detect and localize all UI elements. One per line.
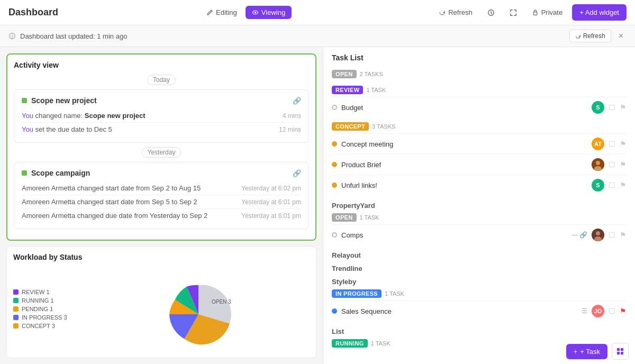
badge-running: RUNNING (332, 339, 368, 348)
flag-icon-budget: ⚑ (620, 103, 627, 112)
svg-rect-11 (617, 348, 620, 351)
header-right: Refresh Private + Add widget (433, 4, 627, 21)
editing-mode-button[interactable]: Editing (200, 6, 243, 19)
task-count-review: 1 TASK (366, 87, 386, 93)
today-divider: Today (14, 75, 309, 85)
avatar-sales: JO (592, 305, 604, 317)
activity-log-text-1: You changed name: Scope new project (22, 112, 146, 120)
status-header-styleby-ip: IN PROGRESS 1 TASK (332, 287, 627, 301)
eye-icon (252, 9, 259, 16)
notif-close-button[interactable]: × (615, 30, 627, 42)
today-label: Today (147, 75, 176, 85)
legend-item-review: REVIEW 1 (13, 289, 82, 295)
status-header-review: REVIEW 1 TASK (332, 83, 627, 97)
task-extra-sales: ☰ (582, 307, 587, 315)
notif-refresh-button[interactable]: Refresh (569, 30, 611, 42)
legend-item-inprogress: IN PROGRESS 3 (13, 314, 82, 321)
legend-item-running: RUNNING 1 (13, 297, 82, 304)
flag-icon-unfurl: ⚑ (620, 181, 627, 189)
task-name-budget[interactable]: Budget (341, 104, 587, 112)
viewing-mode-button[interactable]: Viewing (246, 6, 292, 19)
add-widget-button[interactable]: + Add widget (572, 4, 627, 21)
section-relayout: Relayout (332, 247, 627, 260)
legend-dot-running (13, 298, 19, 303)
badge-py-open: OPEN (332, 213, 357, 222)
task-count-open: 2 TASKS (360, 71, 383, 77)
comps-avatar-svg (592, 229, 604, 241)
calendar-icon-brief: ☐ (609, 160, 615, 169)
svg-rect-3 (533, 12, 537, 15)
task-row-sales-sequence: Sales Sequence ☰ JO ☐ ⚑ (332, 301, 627, 321)
svg-rect-12 (621, 348, 623, 351)
task-dot-concept-meeting (332, 141, 337, 147)
status-group-review: REVIEW 1 TASK Budget S ☐ ⚑ (332, 83, 627, 117)
task-dot-budget (332, 105, 337, 110)
activity-item-header: Scope new project 🔗 (22, 96, 301, 105)
task-dot-product-brief (332, 162, 337, 167)
pie-chart-svg: OPEN 3 (156, 272, 241, 346)
notif-text: Dashboard last updated: 1 min ago (20, 32, 127, 40)
task-name-concept-meeting[interactable]: Concept meeting (341, 140, 587, 148)
task-row-concept-meeting: Concept meeting AT ☐ ⚑ (332, 133, 627, 154)
flag-icon-brief: ⚑ (620, 160, 627, 169)
legend-item-concept: CONCEPT 3 (13, 323, 82, 329)
header: Dashboard Editing Viewing Refresh Privat… (0, 0, 635, 25)
calendar-icon-budget: ☐ (609, 103, 615, 112)
refresh-header-button[interactable]: Refresh (433, 6, 478, 19)
legend-label-review: REVIEW 1 (22, 289, 50, 295)
activity-log-3: Amoreen Armetta changed start date from … (22, 181, 301, 195)
page-title: Dashboard (8, 7, 58, 18)
yesterday-divider: Yesterday (14, 147, 309, 158)
legend-label-inprogress: IN PROGRESS 3 (22, 314, 67, 321)
svg-rect-13 (617, 352, 620, 354)
chart-area: REVIEW 1 RUNNING 1 PENDING 1 IN PROGRESS… (13, 267, 310, 351)
lock-icon (532, 9, 539, 16)
task-count-concept: 3 TASKS (372, 123, 395, 130)
status-dot-green (22, 98, 27, 103)
add-task-button[interactable]: + + Task (566, 344, 607, 359)
chart-legend: REVIEW 1 RUNNING 1 PENDING 1 IN PROGRESS… (13, 289, 82, 329)
badge-inprogress: IN PROGRESS (332, 289, 382, 298)
clock-icon (487, 9, 495, 16)
legend-dot-concept (13, 323, 19, 329)
grid-view-button[interactable] (612, 343, 629, 360)
legend-dot-inprogress (13, 315, 19, 320)
editing-label: Editing (216, 8, 237, 16)
activity-log-time-3: Yesterday at 6:02 pm (241, 185, 301, 192)
private-button[interactable]: Private (527, 6, 568, 19)
status-group-open: OPEN 2 TASKS (332, 67, 627, 81)
flag-icon-sales-red: ⚑ (620, 307, 627, 315)
link-icon-2: 🔗 (293, 169, 301, 177)
header-mode-switcher: Editing Viewing (200, 6, 292, 19)
add-task-label: + Task (580, 348, 600, 356)
svg-point-6 (596, 161, 600, 165)
activity-log-1: You changed name: Scope new project 4 mi… (22, 109, 301, 122)
badge-concept: CONCEPT (332, 122, 369, 131)
history-button[interactable] (482, 6, 500, 19)
task-name-product-brief[interactable]: Product Brief (341, 161, 587, 169)
avatar-comps (592, 229, 604, 241)
activity-log-4: Amoreen Armetta changed start date from … (22, 195, 301, 208)
svg-rect-14 (621, 352, 623, 354)
yesterday-label: Yesterday (142, 147, 182, 158)
expand-button[interactable] (504, 6, 522, 19)
status-dot-green-2 (22, 170, 27, 176)
task-row-budget: Budget S ☐ ⚑ (332, 97, 627, 117)
left-panel: Activity view Today Scope new project 🔗 … (0, 47, 323, 364)
grid-icon (616, 348, 624, 355)
user-avatar-svg (592, 158, 604, 171)
task-dot-sales (332, 308, 337, 314)
section-trendline: Trendline (332, 260, 627, 274)
activity-item-scope-new-project: Scope new project 🔗 You changed name: Sc… (14, 89, 309, 143)
section-propertyyard: PropertyYard (332, 197, 627, 211)
workload-widget: Workload by Status REVIEW 1 RUNNING 1 PE… (6, 246, 316, 358)
activity-view-widget: Activity view Today Scope new project 🔗 … (6, 53, 316, 241)
task-extra-comps: — 🔗 (572, 231, 587, 239)
task-name-comps[interactable]: Comps (341, 231, 567, 239)
task-name-unfurl[interactable]: Unfurl links! (341, 181, 587, 189)
link-icon: 🔗 (293, 97, 301, 105)
task-name-sales[interactable]: Sales Sequence (341, 307, 577, 315)
activity-log-time-2: 12 mins (279, 126, 301, 133)
activity-log-time-1: 4 mins (283, 112, 301, 120)
info-icon (8, 32, 16, 40)
